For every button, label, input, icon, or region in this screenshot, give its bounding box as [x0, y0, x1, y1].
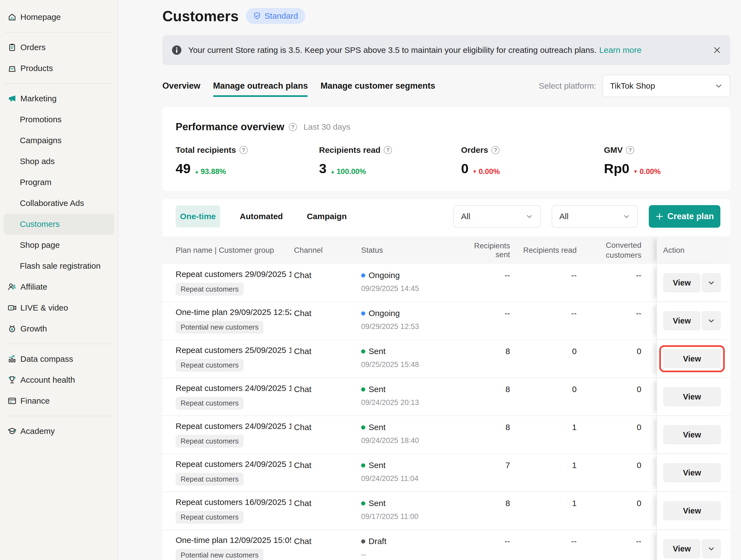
- table-row: Repeat customers 29/09/2025 1... Repeat …: [162, 264, 730, 302]
- filter-select-2[interactable]: All: [552, 205, 638, 228]
- sidebar-divider: [4, 32, 114, 33]
- platform-select[interactable]: TikTok Shop: [602, 75, 730, 97]
- recipients-read-value: --: [513, 530, 580, 560]
- sidebar-item-shop-ads[interactable]: Shop ads: [0, 151, 118, 172]
- sidebar-item-live-video[interactable]: LIVE & video: [0, 297, 118, 318]
- sidebar-item-customers[interactable]: Customers: [4, 214, 114, 235]
- table-row: Repeat customers 24/09/2025 1... Repeat …: [162, 454, 730, 492]
- metrics-row: Total recipients 49 ▲ 93.88% Recipients …: [176, 145, 717, 176]
- tab-manage-customer-segments[interactable]: Manage customer segments: [320, 74, 435, 98]
- plan-name[interactable]: Repeat customers 24/09/2025 1...: [176, 383, 291, 393]
- tab-manage-outreach-plans[interactable]: Manage outreach plans: [213, 74, 308, 98]
- view-button[interactable]: View: [663, 273, 700, 292]
- view-button-wrap: View: [663, 349, 721, 368]
- recipients-sent-value: --: [467, 302, 513, 339]
- converted-customers-value: --: [580, 302, 657, 339]
- sidebar-item-growth[interactable]: Growth: [0, 318, 118, 339]
- help-icon[interactable]: [491, 146, 499, 154]
- view-more-button[interactable]: [701, 273, 721, 292]
- sidebar-item-affiliate[interactable]: Affiliate: [0, 276, 118, 297]
- view-button[interactable]: View: [663, 425, 721, 444]
- customer-group-tag: Potential new customers: [176, 321, 263, 334]
- sidebar-item-label: Affiliate: [20, 282, 47, 292]
- tab-overview[interactable]: Overview: [162, 74, 200, 98]
- chevron-down-icon: [715, 82, 723, 90]
- sidebar-item-shop-page[interactable]: Shop page: [0, 235, 118, 255]
- view-button-wrap: View: [663, 463, 721, 482]
- status-date: 09/29/2025 12:53: [361, 322, 467, 331]
- platform-selector: Select platform: TikTok Shop: [539, 75, 730, 97]
- metric-label-row: GMV: [604, 145, 717, 155]
- recipients-read-value: --: [513, 302, 580, 339]
- view-button[interactable]: View: [663, 463, 721, 482]
- metric-value: 0: [461, 161, 469, 176]
- sidebar-item-orders[interactable]: Orders: [0, 37, 118, 58]
- metric-change-value: 0.00%: [639, 167, 661, 176]
- plan-name-cell: Repeat customers 16/09/2025 1... Repeat …: [162, 492, 294, 530]
- status-dot: [361, 273, 365, 277]
- plan-name[interactable]: One-time plan 29/09/2025 12:52: [176, 308, 291, 317]
- learn-more-link[interactable]: Learn more: [599, 46, 642, 55]
- create-plan-button[interactable]: Create plan: [649, 205, 720, 228]
- filter-select-1[interactable]: All: [453, 205, 541, 228]
- plan-name[interactable]: Repeat customers 25/09/2025 1...: [176, 346, 291, 355]
- help-icon[interactable]: [384, 146, 392, 154]
- sidebar-item-campaigns[interactable]: Campaigns: [0, 130, 118, 151]
- action-cell: View: [657, 378, 730, 416]
- view-more-button[interactable]: [701, 539, 721, 558]
- recipients-read-value: 1: [513, 454, 580, 491]
- sidebar-item-collaborative-ads[interactable]: Collaborative Ads: [0, 193, 118, 214]
- sidebar-item-products[interactable]: Products: [0, 58, 118, 79]
- status-dot: [361, 501, 365, 505]
- view-button[interactable]: View: [663, 387, 721, 407]
- close-icon[interactable]: [713, 46, 721, 54]
- plan-status-cell: Sent 09/25/2025 15:48: [361, 340, 467, 377]
- sidebar-item-marketing[interactable]: Marketing: [0, 88, 118, 109]
- plan-name[interactable]: One-time plan 12/09/2025 15:05: [176, 536, 291, 545]
- table-row: One-time plan 12/09/2025 15:05 Potential…: [162, 530, 730, 560]
- status-line: Sent: [361, 460, 467, 470]
- help-icon[interactable]: [289, 123, 297, 131]
- status-label: Ongoing: [368, 271, 400, 280]
- view-button[interactable]: View: [663, 349, 721, 368]
- metric-label: Total recipients: [176, 145, 236, 155]
- status-date: 09/29/2025 14:45: [361, 285, 467, 293]
- view-button-wrap: View: [663, 425, 721, 444]
- view-button[interactable]: View: [663, 311, 700, 330]
- sidebar-item-account-health[interactable]: Account health: [0, 369, 118, 390]
- sidebar-item-label: Growth: [20, 324, 47, 333]
- plan-name[interactable]: Repeat customers 29/09/2025 1...: [176, 269, 291, 279]
- sidebar-item-flash-sale-registration[interactable]: Flash sale registration: [0, 255, 118, 276]
- plan-name[interactable]: Repeat customers 24/09/2025 1...: [176, 422, 291, 431]
- sidebar-item-promotions[interactable]: Promotions: [0, 109, 118, 130]
- metric-change-value: 0.00%: [479, 167, 500, 176]
- recipients-sent-value: 7: [467, 454, 513, 491]
- metric-value-row: Rp0 ▼ 0.00%: [604, 161, 717, 176]
- view-button[interactable]: View: [663, 539, 700, 558]
- sidebar-item-finance[interactable]: Finance: [0, 390, 118, 411]
- orders-icon: [7, 42, 18, 53]
- sidebar-item-data-compass[interactable]: Data compass: [0, 349, 118, 369]
- trend-arrow-icon: ▲: [195, 169, 199, 174]
- table-row: Repeat customers 24/09/2025 1... Repeat …: [162, 378, 730, 416]
- sidebar-item-homepage[interactable]: Homepage: [0, 7, 118, 27]
- sidebar-item-academy[interactable]: Academy: [0, 421, 118, 442]
- platform-label: Select platform:: [539, 81, 596, 90]
- plan-name[interactable]: Repeat customers 16/09/2025 1...: [176, 498, 291, 507]
- plan-name[interactable]: Repeat customers 24/09/2025 1...: [176, 459, 291, 469]
- help-icon[interactable]: [626, 146, 634, 154]
- app-window: HomepageOrdersProductsMarketingPromotion…: [0, 0, 741, 560]
- status-line: Ongoing: [361, 309, 467, 318]
- plan-type-tabs: One-timeAutomatedCampaign: [176, 205, 366, 228]
- plan-type-tab-campaign[interactable]: Campaign: [302, 205, 351, 228]
- recipients-sent-value: 8: [467, 378, 513, 416]
- view-more-button[interactable]: [701, 311, 721, 330]
- plan-type-tab-automated[interactable]: Automated: [235, 205, 287, 228]
- sidebar-item-program[interactable]: Program: [0, 172, 118, 193]
- plan-type-tab-one-time[interactable]: One-time: [176, 205, 220, 228]
- plans-table: Plan name | Customer group Channel Statu…: [162, 237, 730, 560]
- plan-filter-row: One-timeAutomatedCampaign All All: [162, 205, 730, 228]
- view-button[interactable]: View: [663, 501, 721, 520]
- help-icon[interactable]: [240, 146, 248, 154]
- create-plan-label: Create plan: [668, 211, 714, 222]
